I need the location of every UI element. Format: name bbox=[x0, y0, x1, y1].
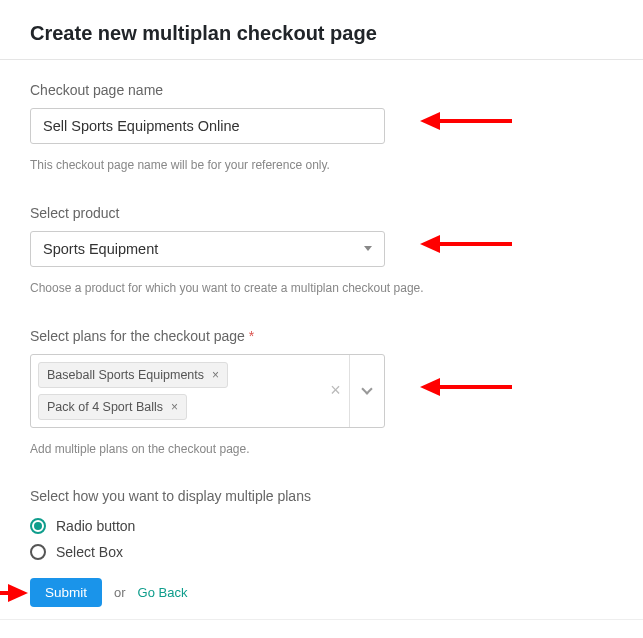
divider bbox=[0, 619, 643, 620]
annotation-arrow bbox=[420, 378, 512, 396]
checkout-name-input[interactable] bbox=[30, 108, 385, 144]
annotation-arrow bbox=[420, 235, 512, 253]
select-plans-hint: Add multiple plans on the checkout page. bbox=[30, 438, 613, 461]
form-actions: Submit or Go Back bbox=[30, 578, 613, 607]
display-option-select-box[interactable]: Select Box bbox=[30, 544, 613, 560]
checkout-name-hint: This checkout page name will be for your… bbox=[30, 154, 613, 177]
checkout-name-label: Checkout page name bbox=[30, 82, 613, 98]
select-plans-label: Select plans for the checkout page * bbox=[30, 328, 613, 344]
annotation-arrow bbox=[0, 584, 28, 602]
required-mark: * bbox=[249, 328, 254, 344]
remove-chip-icon[interactable]: × bbox=[212, 369, 219, 381]
chevron-down-icon bbox=[361, 383, 372, 394]
selected-plan-chips: Baseball Sports Equipments×Pack of 4 Spo… bbox=[31, 355, 322, 427]
group-select-plans: Select plans for the checkout page * Bas… bbox=[30, 328, 613, 461]
select-product-value: Sports Equipment bbox=[43, 241, 158, 257]
plan-chip-label: Baseball Sports Equipments bbox=[47, 368, 204, 382]
plan-chip-label: Pack of 4 Sport Balls bbox=[47, 400, 163, 414]
select-product-hint: Choose a product for which you want to c… bbox=[30, 277, 613, 300]
display-option-radio-button[interactable]: Radio button bbox=[30, 518, 613, 534]
page-title: Create new multiplan checkout page bbox=[30, 22, 613, 45]
radio-label: Select Box bbox=[56, 544, 123, 560]
remove-chip-icon[interactable]: × bbox=[171, 401, 178, 413]
clear-selection-button[interactable]: × bbox=[322, 355, 350, 427]
plan-chip: Baseball Sports Equipments× bbox=[38, 362, 228, 388]
radio-label: Radio button bbox=[56, 518, 135, 534]
plan-chip: Pack of 4 Sport Balls× bbox=[38, 394, 187, 420]
multiselect-toggle[interactable] bbox=[350, 355, 384, 427]
group-select-product: Select product Sports Equipment Choose a… bbox=[30, 205, 613, 300]
go-back-link[interactable]: Go Back bbox=[138, 585, 188, 600]
group-display-style: Select how you want to display multiple … bbox=[30, 488, 613, 560]
select-plans-multiselect[interactable]: Baseball Sports Equipments×Pack of 4 Spo… bbox=[30, 354, 385, 428]
caret-down-icon bbox=[364, 246, 372, 251]
display-style-label: Select how you want to display multiple … bbox=[30, 488, 613, 504]
annotation-arrow bbox=[420, 112, 512, 130]
divider bbox=[0, 59, 643, 60]
group-checkout-name: Checkout page name This checkout page na… bbox=[30, 82, 613, 177]
radio-icon bbox=[30, 518, 46, 534]
select-plans-label-text: Select plans for the checkout page bbox=[30, 328, 249, 344]
submit-button[interactable]: Submit bbox=[30, 578, 102, 607]
select-product-label: Select product bbox=[30, 205, 613, 221]
radio-icon bbox=[30, 544, 46, 560]
or-text: or bbox=[114, 585, 126, 600]
select-product-dropdown[interactable]: Sports Equipment bbox=[30, 231, 385, 267]
